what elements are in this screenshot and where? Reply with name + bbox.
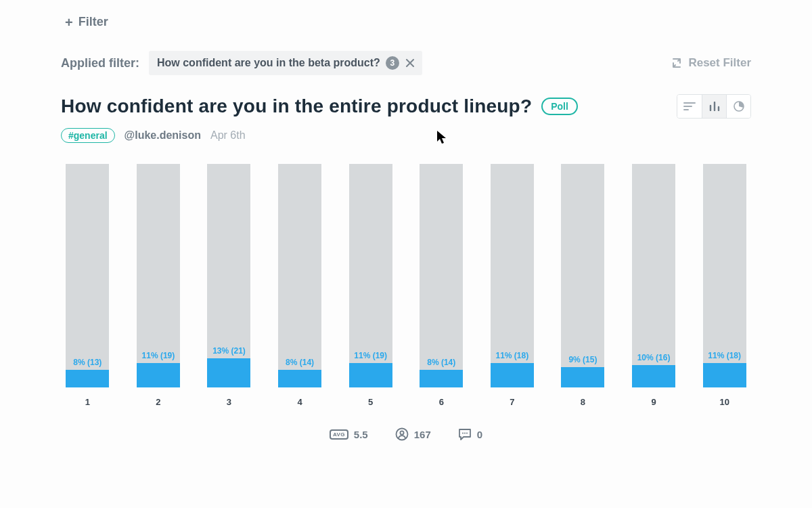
bar-slot: 8% (13)1 bbox=[65, 164, 110, 407]
channel-badge[interactable]: #general bbox=[61, 128, 115, 143]
respondent-stat: 167 bbox=[395, 427, 431, 441]
svg-point-2 bbox=[400, 431, 403, 434]
bar-value-label: 11% (19) bbox=[354, 351, 387, 360]
svg-point-4 bbox=[464, 433, 466, 434]
bar[interactable]: 11% (18) bbox=[703, 164, 746, 387]
question-title: How confident are you in the entire prod… bbox=[61, 96, 532, 117]
view-bar-button[interactable] bbox=[702, 95, 726, 118]
comments-stat: 0 bbox=[458, 428, 482, 440]
bar-fill: 9% (15) bbox=[561, 367, 604, 387]
bar[interactable]: 11% (18) bbox=[491, 164, 534, 387]
poll-type-badge: Poll bbox=[541, 98, 578, 115]
filter-chip-remove-button[interactable] bbox=[406, 59, 414, 67]
bar-fill: 11% (18) bbox=[703, 363, 746, 387]
bar-value-label: 10% (16) bbox=[637, 353, 671, 362]
bar-slot: 13% (21)3 bbox=[206, 164, 252, 407]
person-icon bbox=[395, 427, 409, 441]
bar-category-label: 4 bbox=[297, 397, 302, 407]
average-stat: AVG 5.5 bbox=[330, 429, 368, 440]
comments-count: 0 bbox=[477, 429, 482, 440]
applied-filter-row: Applied filter: How confident are you in… bbox=[61, 51, 751, 75]
bar-category-label: 9 bbox=[651, 397, 656, 407]
svg-point-5 bbox=[466, 433, 468, 434]
bar[interactable]: 11% (19) bbox=[137, 164, 180, 387]
bar-category-label: 5 bbox=[368, 397, 373, 407]
bar-fill: 8% (14) bbox=[278, 370, 321, 387]
bar-slot: 11% (18)7 bbox=[490, 164, 535, 407]
close-icon bbox=[406, 59, 414, 67]
bar-category-label: 3 bbox=[227, 397, 231, 407]
sort-icon bbox=[683, 102, 696, 111]
bar[interactable]: 9% (15) bbox=[561, 164, 604, 387]
bar-value-label: 13% (21) bbox=[212, 346, 246, 356]
bar-category-label: 7 bbox=[510, 397, 514, 407]
summary-footer: AVG 5.5 167 0 bbox=[61, 427, 751, 441]
svg-point-3 bbox=[462, 433, 464, 434]
post-date: Apr 6th bbox=[210, 129, 246, 142]
bar[interactable]: 8% (13) bbox=[66, 164, 109, 387]
author-handle[interactable]: @luke.denison bbox=[125, 129, 201, 142]
bar-value-label: 9% (15) bbox=[568, 355, 597, 364]
bar-fill: 11% (18) bbox=[491, 363, 534, 387]
bar-slot: 10% (16)9 bbox=[631, 164, 677, 407]
reset-filter-button[interactable]: Reset Filter bbox=[671, 56, 751, 70]
view-sort-button[interactable] bbox=[677, 95, 702, 118]
view-toggle bbox=[677, 94, 751, 119]
filter-chip-count-badge: 3 bbox=[386, 56, 399, 70]
filter-chip[interactable]: How confident are you in the beta produc… bbox=[149, 51, 422, 75]
bar-fill: 8% (14) bbox=[420, 370, 463, 387]
bar-category-label: 2 bbox=[156, 397, 160, 407]
bar[interactable]: 8% (14) bbox=[278, 164, 321, 387]
bar-slot: 9% (15)8 bbox=[560, 164, 606, 407]
bar-value-label: 8% (13) bbox=[73, 358, 102, 367]
bar-fill: 8% (13) bbox=[66, 370, 109, 387]
add-filter-button[interactable]: + Filter bbox=[61, 12, 112, 32]
plus-icon: + bbox=[65, 16, 73, 29]
filter-chip-text: How confident are you in the beta produc… bbox=[157, 57, 380, 69]
bar-category-label: 8 bbox=[581, 397, 585, 407]
applied-filter-label: Applied filter: bbox=[61, 56, 139, 70]
bar-slot: 11% (19)5 bbox=[348, 164, 393, 407]
bar-value-label: 8% (14) bbox=[427, 358, 455, 367]
avg-icon: AVG bbox=[330, 429, 348, 440]
reset-filter-label: Reset Filter bbox=[688, 56, 751, 70]
bar-fill: 11% (19) bbox=[349, 363, 392, 387]
bar-slot: 8% (14)4 bbox=[277, 164, 323, 407]
respondent-count: 167 bbox=[414, 429, 431, 440]
bar-value-label: 11% (19) bbox=[142, 351, 175, 360]
comment-icon bbox=[458, 428, 472, 440]
bar-chart-icon bbox=[709, 102, 720, 111]
pie-chart-icon bbox=[734, 101, 744, 112]
bar-slot: 11% (18)10 bbox=[702, 164, 747, 407]
bar-value-label: 11% (18) bbox=[708, 351, 741, 360]
average-value: 5.5 bbox=[354, 429, 368, 440]
reset-icon bbox=[671, 58, 683, 68]
bar-slot: 8% (14)6 bbox=[419, 164, 464, 407]
add-filter-label: Filter bbox=[78, 15, 108, 29]
bar-category-label: 6 bbox=[439, 397, 444, 407]
bar[interactable]: 10% (16) bbox=[632, 164, 675, 387]
bar-chart: 8% (13)111% (19)213% (21)38% (14)411% (1… bbox=[61, 184, 751, 407]
bar[interactable]: 11% (19) bbox=[349, 164, 392, 387]
bar[interactable]: 13% (21) bbox=[207, 164, 250, 387]
bar[interactable]: 8% (14) bbox=[420, 164, 463, 387]
bar-category-label: 10 bbox=[719, 397, 729, 407]
view-pie-button[interactable] bbox=[726, 95, 750, 118]
bar-value-label: 11% (18) bbox=[496, 351, 529, 360]
bar-fill: 13% (21) bbox=[207, 358, 250, 387]
bar-category-label: 1 bbox=[85, 397, 90, 407]
bar-slot: 11% (19)2 bbox=[136, 164, 181, 407]
bar-fill: 10% (16) bbox=[632, 365, 675, 387]
bar-fill: 11% (19) bbox=[137, 363, 180, 387]
bar-value-label: 8% (14) bbox=[286, 358, 314, 367]
